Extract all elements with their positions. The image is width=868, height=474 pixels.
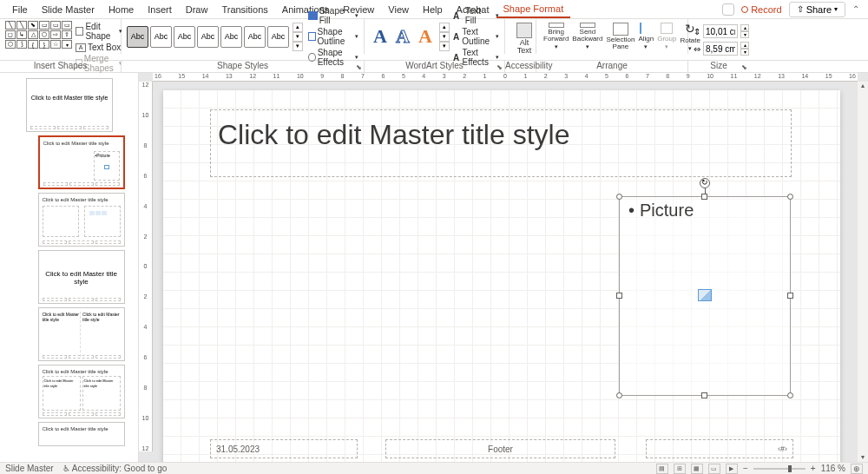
- style-swatch[interactable]: Abc: [150, 26, 172, 48]
- shape-styles-launcher[interactable]: ⬊: [356, 63, 362, 71]
- style-swatch[interactable]: Abc: [220, 26, 242, 48]
- ribbon-collapse[interactable]: ⌃: [852, 4, 859, 14]
- slidenum-placeholder[interactable]: ‹#›: [646, 439, 793, 458]
- gallery-nav[interactable]: ▴▾▾: [293, 23, 303, 51]
- date-placeholder[interactable]: 31.05.2023: [210, 439, 358, 458]
- style-swatch[interactable]: Abc: [197, 26, 219, 48]
- width-input[interactable]: [703, 42, 738, 56]
- zoom-out[interactable]: −: [743, 464, 748, 473]
- bring-forward-button[interactable]: Bring Forward▾: [542, 21, 570, 52]
- slideshow-button[interactable]: ▶: [726, 464, 738, 474]
- resize-handle[interactable]: [701, 392, 707, 398]
- tab-view[interactable]: View: [381, 2, 416, 17]
- wordart-launcher[interactable]: ⬊: [496, 63, 503, 71]
- teams-icon[interactable]: [722, 3, 734, 16]
- horizontal-ruler: 1615141312111098765432101234567891011121…: [153, 73, 858, 82]
- status-mode: Slide Master: [5, 464, 54, 473]
- align-button[interactable]: Align▾: [636, 21, 655, 52]
- selection-pane-icon: [613, 23, 628, 36]
- width-spinner[interactable]: ▴▾: [740, 42, 749, 56]
- tab-file[interactable]: File: [5, 2, 35, 17]
- shape-styles-gallery[interactable]: Abc Abc Abc Abc Abc Abc Abc ▴▾▾: [127, 21, 303, 52]
- zoom-in[interactable]: +: [811, 464, 816, 473]
- wordart-nav[interactable]: ▴▾▾: [439, 23, 450, 51]
- alt-text-icon: [516, 23, 532, 38]
- style-swatch[interactable]: Abc: [127, 26, 148, 48]
- vertical-ruler: 12108642024681012: [139, 82, 153, 451]
- tab-draw[interactable]: Draw: [179, 2, 215, 17]
- text-outline-button[interactable]: AText Outline ▾: [453, 26, 499, 47]
- style-swatch[interactable]: Abc: [244, 26, 266, 48]
- sorter-view-button[interactable]: ▦: [691, 464, 703, 474]
- resize-handle[interactable]: [701, 194, 707, 200]
- selection-pane-button[interactable]: Selection Pane: [604, 21, 636, 52]
- alt-text-button[interactable]: Alt Text: [510, 21, 538, 56]
- wordart-gallery[interactable]: A A A ▴▾▾: [370, 21, 450, 52]
- notes-button[interactable]: ▤: [656, 464, 668, 474]
- outline-icon: [308, 32, 316, 41]
- size-launcher[interactable]: ⬊: [741, 63, 747, 71]
- wordart-fill-a[interactable]: A: [370, 25, 391, 48]
- footer-placeholder[interactable]: Footer: [385, 439, 615, 458]
- text-box-button[interactable]: AText Box: [76, 42, 122, 53]
- text-outline-icon: A: [453, 32, 460, 42]
- edit-shape-button[interactable]: Edit Shape ▾: [76, 21, 122, 42]
- tab-shape-format[interactable]: Shape Format: [496, 1, 571, 18]
- share-button[interactable]: ⇧Share▾: [789, 2, 845, 17]
- shapes-gallery[interactable]: ╲╲⬊▭▭▭ ◻↳△⬡⇨⇧ ⬡⟆{}☆▾: [5, 21, 72, 52]
- send-backward-button[interactable]: Send Backward▾: [570, 21, 604, 52]
- rotate-handle[interactable]: [700, 178, 710, 188]
- tab-help[interactable]: Help: [416, 2, 450, 17]
- picture-icon[interactable]: [698, 289, 712, 301]
- wordart-outline-a[interactable]: A: [392, 25, 413, 48]
- layout-thumb-6[interactable]: Click to edit Master title style Click t…: [38, 365, 125, 418]
- vertical-scrollbar[interactable]: ▴ ▾: [858, 82, 868, 462]
- fit-to-window[interactable]: ⊕: [851, 464, 863, 474]
- text-box-icon: A: [76, 43, 86, 52]
- share-icon: ⇧: [797, 4, 804, 14]
- title-placeholder[interactable]: Click to edit Master title style: [210, 109, 792, 177]
- record-button[interactable]: Record: [741, 4, 781, 15]
- group-button: Group▾: [655, 21, 678, 52]
- tab-slide-master[interactable]: Slide Master: [35, 2, 102, 17]
- zoom-slider[interactable]: [753, 468, 806, 470]
- accessibility-status[interactable]: ♿︎ Accessibility: Good to go: [62, 464, 168, 473]
- width-icon: ⇔: [694, 44, 700, 54]
- resize-handle[interactable]: [787, 293, 793, 299]
- height-icon: ⇕: [694, 27, 700, 36]
- resize-handle[interactable]: [787, 194, 793, 200]
- fill-icon: [308, 11, 318, 20]
- scroll-up[interactable]: ▴: [858, 82, 867, 90]
- style-swatch[interactable]: Abc: [267, 26, 289, 48]
- layout-thumb-5[interactable]: Click to edit Master title style Click t…: [38, 307, 125, 361]
- group-insert-shapes: Insert Shapes: [0, 61, 122, 72]
- layout-thumbnails-panel[interactable]: Click to edit Master title style Click t…: [0, 73, 139, 462]
- text-fill-button[interactable]: AText Fill ▾: [453, 5, 499, 26]
- tab-transitions[interactable]: Transitions: [214, 2, 274, 17]
- resize-handle[interactable]: [616, 392, 622, 398]
- style-swatch[interactable]: Abc: [174, 26, 195, 48]
- edit-shape-icon: [76, 27, 83, 36]
- height-spinner[interactable]: ▴▾: [740, 24, 749, 38]
- layout-thumb-1[interactable]: Click to edit Master title style: [26, 78, 113, 132]
- group-size: Size⬊: [688, 61, 749, 72]
- resize-handle[interactable]: [787, 392, 793, 398]
- layout-thumb-4[interactable]: Click to edit Master title style: [38, 250, 125, 304]
- resize-handle[interactable]: [616, 293, 622, 299]
- height-input[interactable]: [703, 24, 738, 38]
- shape-fill-button[interactable]: Shape Fill ▾: [308, 5, 358, 26]
- slide-canvas[interactable]: Click to edit Master title style •Pictur…: [163, 90, 840, 462]
- tab-home[interactable]: Home: [102, 2, 141, 17]
- wordart-effect-a[interactable]: A: [415, 25, 436, 48]
- picture-placeholder[interactable]: •Picture: [619, 196, 791, 396]
- normal-view-button[interactable]: ⊞: [674, 464, 686, 474]
- tab-insert[interactable]: Insert: [141, 2, 179, 17]
- reading-view-button[interactable]: ▭: [708, 464, 720, 474]
- zoom-level[interactable]: 116 %: [821, 464, 845, 473]
- layout-thumb-7[interactable]: Click to edit Master title style: [38, 422, 125, 446]
- layout-thumb-3[interactable]: Click to edit Master title style: [38, 193, 125, 247]
- resize-handle[interactable]: [616, 194, 622, 200]
- layout-thumb-2[interactable]: Click to edit Master title style •Pictur…: [38, 135, 125, 189]
- shape-outline-button[interactable]: Shape Outline ▾: [308, 26, 358, 47]
- scroll-down[interactable]: ▾: [858, 453, 867, 462]
